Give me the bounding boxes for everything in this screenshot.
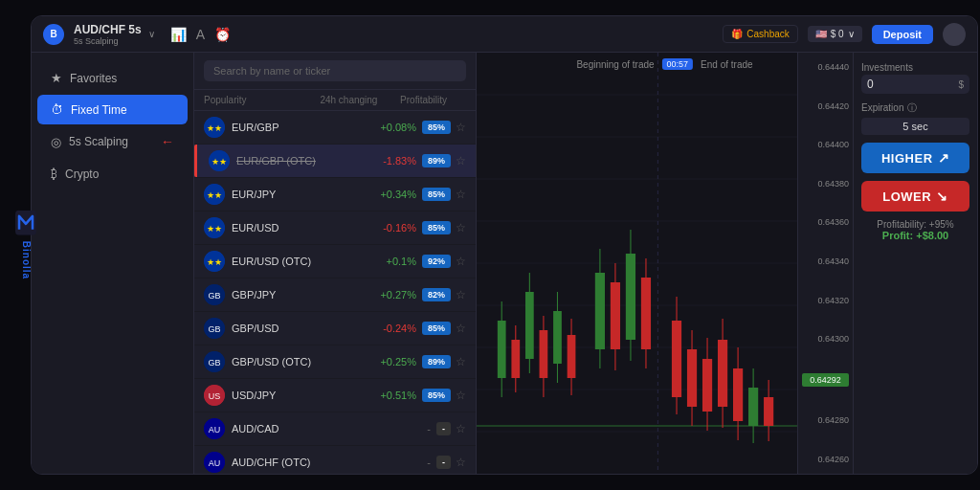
app-logo: B	[43, 24, 64, 45]
higher-label: HIGHER	[881, 151, 933, 166]
favorite-star-icon[interactable]: ☆	[456, 389, 466, 402]
svg-rect-43	[540, 330, 548, 378]
svg-rect-67	[687, 349, 697, 407]
pair-info[interactable]: AUD/CHF 5s 5s Scalping ∨	[74, 23, 155, 46]
table-header: Popularity 24h changing Profitability	[194, 90, 476, 111]
candlestick-chart	[477, 53, 797, 474]
pair-name-label: GBP/USD	[232, 323, 324, 334]
pair-dropdown-panel: Popularity 24h changing Profitability ★★…	[194, 53, 477, 474]
deposit-button[interactable]: Deposit	[872, 25, 933, 44]
price-level: 0.64400	[802, 140, 849, 149]
list-item[interactable]: GB GBP/JPY +0.27% 82% ☆	[194, 278, 476, 312]
list-item[interactable]: ★★ EUR/JPY +0.34% 85% ☆	[194, 178, 476, 212]
svg-text:GB: GB	[208, 291, 220, 301]
favorite-star-icon[interactable]: ☆	[456, 221, 466, 234]
info-icon: ⓘ	[907, 101, 917, 115]
sidebar-item-scalping[interactable]: ◎ 5s Scalping ←	[37, 126, 188, 157]
list-item[interactable]: US USD/JPY +0.51% 85% ☆	[194, 379, 476, 412]
favorite-star-icon[interactable]: ☆	[456, 255, 466, 268]
profit-badge: 85%	[422, 322, 451, 335]
favorite-star-icon[interactable]: ☆	[456, 121, 466, 134]
chevron-down-icon: ∨	[148, 29, 155, 39]
svg-rect-34	[498, 321, 506, 378]
binolla-brand: Binolla	[15, 211, 36, 279]
svg-rect-55	[611, 282, 620, 349]
sidebar-item-fixed-time[interactable]: ⏱ Fixed Time	[37, 95, 188, 124]
svg-rect-52	[595, 273, 605, 349]
lower-button[interactable]: LOWER ↘	[861, 181, 969, 212]
balance-chevron-icon: ∨	[848, 29, 855, 39]
favorite-star-icon[interactable]: ☆	[456, 422, 466, 435]
price-level: 0.64280	[802, 415, 849, 425]
change-value: +0.25%	[324, 356, 417, 368]
body: ★ Favorites ⏱ Fixed Time ◎ 5s Scalping ←…	[32, 53, 977, 474]
price-level: 0.64260	[802, 455, 849, 464]
favorite-star-icon[interactable]: ☆	[456, 188, 466, 201]
candle-icon[interactable]: 📊	[170, 27, 187, 42]
us-flag-icon: 🇺🇸	[815, 29, 827, 39]
investment-value[interactable]: 0	[867, 78, 954, 91]
flag-eu-icon: ★★	[204, 117, 225, 138]
arrow-down-icon: ↘	[936, 189, 948, 204]
svg-text:US: US	[209, 391, 221, 401]
list-item[interactable]: GB GBP/USD (OTC) +0.25% 89% ☆	[194, 345, 476, 379]
pair-list: ★★ EUR/GBP +0.08% 85% ☆ ★★ EUR/GBP (OTC)	[194, 111, 476, 474]
star-icon: ★	[51, 71, 62, 85]
higher-button[interactable]: HIGHER ↗	[861, 143, 969, 173]
svg-rect-46	[553, 311, 562, 364]
cashback-label: Cashback	[746, 29, 789, 39]
profit-badge: 85%	[422, 188, 451, 201]
right-panel: Investments 0 $ Expiration ⓘ 5 sec HIGHE…	[853, 53, 977, 474]
favorite-star-icon[interactable]: ☆	[456, 456, 466, 469]
svg-text:★★: ★★	[207, 123, 222, 133]
change-value: -	[331, 423, 431, 434]
svg-rect-70	[702, 359, 712, 412]
favorite-star-icon[interactable]: ☆	[456, 154, 466, 167]
arrow-up-icon: ↗	[938, 150, 950, 166]
change-value: +0.1%	[324, 256, 417, 267]
price-level: 0.64340	[802, 256, 849, 266]
user-avatar[interactable]	[943, 23, 966, 46]
change-value: +0.51%	[324, 390, 417, 401]
profit-badge: 92%	[422, 255, 451, 268]
search-input[interactable]	[204, 60, 466, 81]
favorite-star-icon[interactable]: ☆	[456, 355, 466, 368]
indicator-icon[interactable]: A	[196, 27, 205, 42]
svg-rect-82	[764, 397, 773, 426]
list-item[interactable]: GB GBP/USD -0.24% 85% ☆	[194, 312, 476, 345]
change-value: +0.34%	[324, 189, 417, 200]
pair-name-label: EUR/GBP (OTC)	[236, 155, 326, 167]
cashback-button[interactable]: 🎁 Cashback	[723, 25, 797, 43]
search-box	[194, 53, 476, 90]
left-sidebar: ★ Favorites ⏱ Fixed Time ◎ 5s Scalping ←…	[32, 53, 194, 474]
list-item[interactable]: ★★ EUR/GBP (OTC) -1.83% 89% ☆	[194, 145, 476, 178]
list-item[interactable]: AU AUD/CHF (OTC) - - ☆	[194, 446, 476, 474]
favorite-star-icon[interactable]: ☆	[456, 322, 466, 335]
price-level: 0.64380	[802, 179, 849, 189]
change-value: -1.83%	[326, 155, 416, 167]
expiration-value[interactable]: 5 sec	[861, 118, 969, 135]
list-item[interactable]: AU AUD/CAD - - ☆	[194, 412, 476, 446]
sidebar-item-favorites[interactable]: ★ Favorites	[37, 63, 188, 93]
list-item[interactable]: ★★ EUR/USD -0.16% 85% ☆	[194, 212, 476, 245]
flag-eu-icon: ★★	[209, 150, 230, 171]
favorite-star-icon[interactable]: ☆	[456, 288, 466, 301]
svg-rect-37	[511, 340, 520, 378]
top-bar-right: 🎁 Cashback 🇺🇸 $ 0 ∨ Deposit	[723, 23, 966, 46]
pair-name-label: EUR/JPY	[232, 189, 324, 200]
svg-rect-64	[672, 321, 681, 397]
flag-gb-icon: GB	[204, 351, 225, 372]
currency-selector[interactable]: 🇺🇸 $ 0 ∨	[808, 26, 862, 42]
lower-label: LOWER	[882, 189, 931, 204]
list-item[interactable]: ★★ EUR/USD (OTC) +0.1% 92% ☆	[194, 245, 476, 278]
list-item[interactable]: ★★ EUR/GBP +0.08% 85% ☆	[194, 111, 476, 145]
pair-name-label: USD/JPY	[232, 390, 324, 401]
pair-name-label: EUR/USD (OTC)	[232, 256, 324, 267]
svg-text:★★: ★★	[207, 224, 222, 234]
sidebar-item-crypto[interactable]: ₿ Crypto	[37, 159, 188, 189]
flag-gb-icon: GB	[204, 284, 225, 305]
profit-badge: 89%	[422, 355, 451, 368]
settings-icon[interactable]: ⏰	[214, 27, 231, 42]
investment-input-row: 0 $	[861, 75, 969, 94]
profit-info: Profitability: +95% Profit: +$8.00	[861, 219, 969, 241]
